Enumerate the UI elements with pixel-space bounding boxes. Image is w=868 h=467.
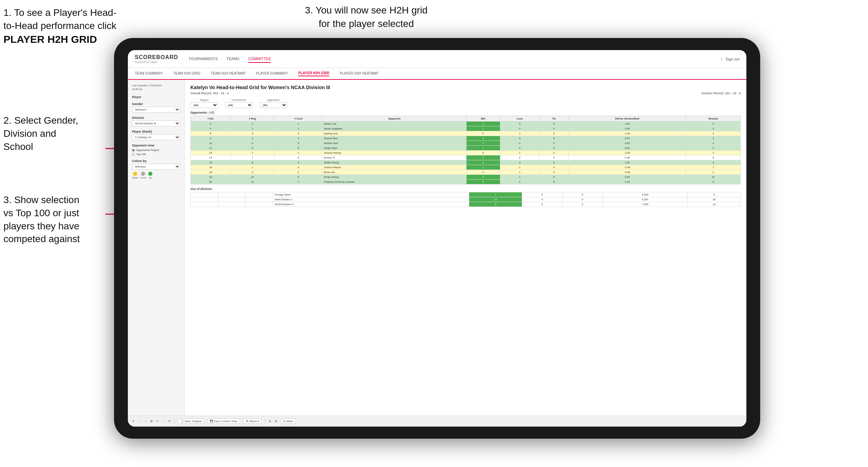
toolbar-forward[interactable]: →	[144, 420, 147, 423]
toolbar-back[interactable]: ←	[138, 420, 141, 423]
toolbar-watch[interactable]: 👁 Watch ▾	[243, 419, 262, 424]
division-select[interactable]: NCAA Division III	[132, 121, 180, 126]
table-row: 311Esther Lee1001.504	[191, 122, 741, 126]
conference-label: Conference	[225, 98, 253, 102]
grid-title: Katelyn Vo Head-to-Head Grid for Women's…	[190, 85, 741, 90]
filter-row: Region (All) Conference (All) Opponent (…	[190, 98, 741, 108]
left-panel: Last Updated: 27/03/202416:55:38 Player …	[128, 80, 185, 416]
toolbar-share[interactable]: ⊡ Share	[281, 419, 296, 424]
colour-by-label: Colour by	[132, 159, 180, 163]
opponent-filter-label: Opponent	[260, 98, 287, 102]
opponent-filter-group: Opponent (All)	[260, 98, 287, 108]
player-rank-label: Player (Rank)	[132, 130, 180, 133]
gender-label: Gender	[132, 102, 180, 106]
table-row: 19106Emily Chang4100.3011	[191, 175, 741, 180]
table-row: 1474Eunice Yi2200.389	[191, 155, 741, 160]
toolbar-sep2	[265, 419, 265, 424]
record-row: Overall Record: 353 - 34 - 6 Division Re…	[190, 92, 741, 95]
table-row: Foreign Team1004.5002	[191, 192, 741, 197]
main-content: Last Updated: 27/03/202416:55:38 Player …	[128, 80, 746, 416]
toolbar-time[interactable]: ⏱	[168, 420, 171, 423]
table-row: 914Sharon Mun1003.673	[191, 136, 741, 141]
col-rounds: Rounds	[686, 116, 741, 122]
table-row: 20117Federica Domecq Lacroze2101.336	[191, 180, 741, 184]
radio-top100[interactable]: Top 100	[132, 153, 180, 156]
instruction-top-left: 1. To see a Player's Head- to-Head perfo…	[3, 6, 121, 46]
subnav-team-h2h-heatmap[interactable]: TEAM H2H HEATMAP	[211, 72, 246, 76]
nav-teams[interactable]: TEAMS	[226, 55, 239, 63]
toolbar-sep1	[174, 419, 174, 424]
logo-text: SCOREBOARD	[135, 54, 178, 60]
region-label: Region	[190, 98, 218, 102]
instruction-mid-left: 2. Select Gender,Division andSchool	[3, 114, 107, 153]
subnav-team-summary[interactable]: TEAM SUMMARY	[135, 72, 163, 76]
table-row: 1585Stella Cheng1001.254	[191, 160, 741, 165]
nav-committee[interactable]: COMMITTEE	[248, 55, 271, 63]
radio-circle-2	[132, 153, 135, 156]
col-reg: # Reg	[230, 116, 274, 122]
region-select[interactable]: (All)	[190, 102, 218, 108]
division-record: Division Record: 331 - 34 - 6	[701, 92, 741, 95]
nav-items: TOURNAMENTS TEAMS COMMITTEE	[189, 55, 721, 63]
table-row: 522Alexis Sudjianto1004.003	[191, 126, 741, 131]
subnav-player-h2h-grid[interactable]: PLAYER H2H GRID	[298, 71, 329, 76]
tablet: SCOREBOARD Powered by clippd TOURNAMENTS…	[114, 38, 760, 439]
table-row: 633Sydney Kuo010-1.003	[191, 131, 741, 136]
colour-legend: Down Level Up	[132, 172, 180, 179]
colour-by-select[interactable]: Win/loss	[132, 164, 180, 170]
col-diff: Diff Av Strokes/Rnd	[569, 116, 686, 122]
subnav-team-h2h-grid[interactable]: TEAM H2H GRID	[173, 72, 200, 76]
col-conf: # Conf	[274, 116, 322, 122]
nav-signout[interactable]: Sign out	[726, 57, 739, 61]
toolbar-view-original[interactable]: 📋 View: Original	[178, 419, 204, 424]
out-of-division-table: Foreign Team1004.5002NAIA Division 11500…	[190, 192, 741, 207]
subnav-player-h2h-heatmap[interactable]: PLAYER H2H HEATMAP	[340, 72, 378, 76]
radio-circle-1	[132, 149, 135, 152]
legend-dot-up	[148, 172, 152, 176]
instruction-bot-left: 3. Show selectionvs Top 100 or justplaye…	[3, 193, 107, 246]
toolbar-zoom-out[interactable]: ⊖	[269, 420, 271, 423]
opponents-label: Opponents: (All)	[190, 111, 741, 114]
region-filter-group: Region (All)	[190, 98, 218, 108]
gender-select[interactable]: Women's	[132, 107, 180, 113]
nav-tournaments[interactable]: TOURNAMENTS	[189, 55, 218, 63]
logo-sub: Powered by clippd	[135, 60, 178, 64]
toolbar-refresh[interactable]: ↩	[156, 420, 159, 423]
conference-select[interactable]: (All)	[225, 102, 253, 108]
opponent-view-section: Opponent view Opponents Played Top 100	[132, 144, 180, 156]
right-content: Katelyn Vo Head-to-Head Grid for Women's…	[185, 80, 746, 416]
bottom-toolbar: ↺ ← → ⊞ ↩ ··· ⏱ 📋 View: Original 💾 Save …	[128, 416, 746, 427]
out-of-division-label: Out of division	[190, 187, 741, 191]
navbar: SCOREBOARD Powered by clippd TOURNAMENTS…	[128, 50, 746, 68]
toolbar-grid[interactable]: ⊞	[150, 420, 153, 423]
toolbar-zoom-in[interactable]: ⊕	[275, 420, 277, 423]
table-row: 1613Jessica Mason120-0.947	[191, 165, 741, 170]
toolbar-save-custom[interactable]: 💾 Save Custom View	[207, 419, 240, 424]
subnav-player-summary[interactable]: PLAYER SUMMARY	[256, 72, 288, 76]
radio-opponents-played[interactable]: Opponents Played	[132, 149, 180, 152]
division-section: Division NCAA Division III	[132, 116, 180, 126]
toolbar-undo[interactable]: ↺	[132, 420, 134, 423]
gender-section: Gender Women's	[132, 102, 180, 113]
legend-down: Down	[132, 172, 138, 179]
nav-right: i Sign out	[721, 57, 739, 61]
table-row: NAIA Division 115009.26730	[191, 197, 741, 202]
col-loss: Loss	[500, 116, 539, 122]
table-row: NCAA Division 25007.40010	[191, 202, 741, 207]
colour-by-section: Colour by Win/loss Down Level	[132, 159, 180, 179]
player-rank-select[interactable]: 8. Katelyn Vo	[132, 134, 180, 140]
table-row: 1311Jessica Huang010-3.002	[191, 151, 741, 155]
subnav: TEAM SUMMARY TEAM H2H GRID TEAM H2H HEAT…	[128, 68, 746, 80]
opponent-view-label: Opponent view	[132, 144, 180, 147]
opponent-select[interactable]: (All)	[260, 102, 287, 108]
radio-group: Opponents Played Top 100	[132, 149, 180, 156]
col-div: # Div	[191, 116, 231, 122]
legend-level: Level	[140, 172, 146, 179]
conference-filter-group: Conference (All)	[225, 98, 253, 108]
table-row: 1125Heejo Hyun1003.333	[191, 146, 741, 151]
player-rank-section: Player (Rank) 8. Katelyn Vo	[132, 130, 180, 140]
col-tie: Tie	[539, 116, 569, 122]
toolbar-dots[interactable]: ···	[162, 420, 164, 423]
player-section: Player	[132, 95, 180, 99]
nav-info[interactable]: i	[721, 57, 722, 61]
